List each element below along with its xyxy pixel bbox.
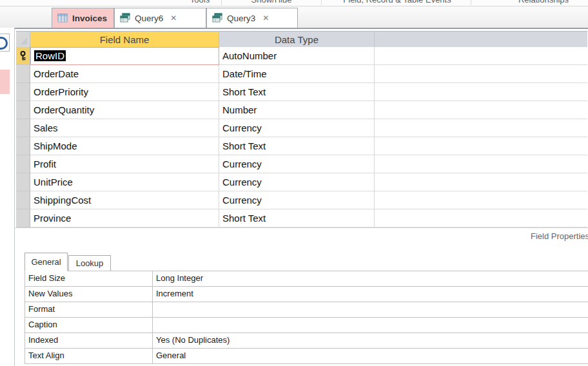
field-name-cell[interactable]: OrderDate bbox=[30, 65, 219, 83]
property-value[interactable] bbox=[153, 302, 588, 317]
field-name-cell[interactable]: Province bbox=[30, 209, 219, 227]
tab-lookup[interactable]: Lookup bbox=[68, 255, 111, 271]
ribbon-separator bbox=[471, 0, 471, 5]
property-value[interactable]: Increment bbox=[153, 287, 588, 302]
tab-label: Query6 bbox=[135, 14, 163, 23]
pane-divider[interactable] bbox=[14, 227, 588, 228]
primary-key-icon bbox=[19, 51, 26, 61]
tab-label: Invoices bbox=[72, 14, 107, 23]
row-selector[interactable] bbox=[16, 65, 30, 83]
data-type-cell[interactable]: Short Text bbox=[219, 83, 375, 101]
nav-selected-item-edge[interactable] bbox=[0, 70, 10, 94]
property-value[interactable]: General bbox=[153, 349, 588, 363]
property-label: Caption bbox=[25, 318, 153, 332]
data-type-cell[interactable]: AutoNumber bbox=[219, 47, 375, 65]
property-label: Text Align bbox=[25, 349, 153, 363]
property-value[interactable]: Long Integer bbox=[153, 271, 588, 286]
tab-query6[interactable]: Query6 ✕ bbox=[114, 8, 206, 28]
field-name-cell[interactable]: Sales bbox=[30, 119, 219, 137]
field-row: UnitPriceCurrency bbox=[16, 173, 587, 191]
field-name-cell[interactable]: OrderPriority bbox=[30, 83, 219, 101]
description-header bbox=[375, 31, 587, 47]
description-cell[interactable] bbox=[375, 155, 587, 173]
data-type-cell[interactable]: Short Text bbox=[219, 137, 375, 155]
data-type-cell[interactable]: Currency bbox=[219, 119, 375, 137]
row-selector[interactable] bbox=[16, 209, 30, 227]
data-type-cell[interactable]: Currency bbox=[219, 173, 375, 191]
property-grid: Field SizeLong IntegerNew ValuesIncremen… bbox=[24, 271, 588, 364]
ribbon-group-show-hide: Show/Hide bbox=[251, 0, 292, 5]
description-cell[interactable] bbox=[375, 173, 587, 191]
description-cell[interactable] bbox=[375, 101, 587, 119]
design-grid-header: Field Name Data Type bbox=[16, 31, 587, 47]
field-row: SalesCurrency bbox=[16, 119, 587, 137]
property-value[interactable] bbox=[153, 318, 588, 332]
property-label: New Values bbox=[25, 287, 153, 302]
property-value[interactable]: Yes (No Duplicates) bbox=[153, 333, 588, 348]
data-type-cell[interactable]: Currency bbox=[219, 191, 375, 209]
row-selector[interactable] bbox=[16, 47, 30, 65]
field-row: ProfitCurrency bbox=[16, 155, 587, 173]
ribbon-separator bbox=[221, 0, 222, 5]
description-cell[interactable] bbox=[375, 137, 587, 155]
query-icon bbox=[120, 13, 130, 23]
data-type-cell[interactable]: Short Text bbox=[219, 209, 375, 227]
description-cell[interactable] bbox=[375, 47, 587, 65]
document-tab-bar: Invoices ✕ Query6 ✕ bbox=[0, 6, 588, 29]
field-row: ShippingCostCurrency bbox=[16, 191, 587, 209]
selected-text: RowID bbox=[34, 50, 66, 61]
access-window: Tools Show/Hide Field, Record & Table Ev… bbox=[0, 0, 588, 366]
row-selector[interactable] bbox=[16, 191, 30, 209]
ribbon-group-events: Field, Record & Table Events bbox=[343, 0, 451, 5]
property-row: Field SizeLong Integer bbox=[25, 271, 588, 287]
query-icon bbox=[212, 13, 222, 23]
description-cell[interactable] bbox=[375, 83, 587, 101]
field-row: ProvinceShort Text bbox=[16, 209, 587, 227]
data-type-header: Data Type bbox=[219, 31, 375, 47]
ribbon-strip: Tools Show/Hide Field, Record & Table Ev… bbox=[0, 0, 588, 6]
close-icon[interactable]: ✕ bbox=[262, 14, 269, 23]
property-row: Caption bbox=[25, 318, 588, 333]
description-cell[interactable] bbox=[375, 65, 587, 83]
data-type-cell[interactable]: Date/Time bbox=[219, 65, 375, 83]
property-row: Format bbox=[25, 302, 588, 318]
field-properties-title: Field Properties bbox=[531, 231, 588, 241]
row-selector[interactable] bbox=[16, 173, 30, 191]
close-icon[interactable]: ✕ bbox=[170, 14, 177, 23]
tab-label: Query3 bbox=[227, 14, 255, 23]
field-name-cell[interactable]: ShippingCost bbox=[30, 191, 219, 209]
field-name-cell[interactable]: ShipMode bbox=[30, 137, 219, 155]
field-row: OrderQuantityNumber bbox=[16, 101, 587, 119]
ribbon-separator bbox=[321, 0, 322, 5]
row-selector[interactable] bbox=[16, 83, 30, 101]
field-row: ShipModeShort Text bbox=[16, 137, 587, 155]
property-label: Format bbox=[25, 302, 153, 317]
ring-icon bbox=[0, 37, 8, 50]
field-row: OrderDateDate/Time bbox=[16, 65, 587, 83]
field-name-cell[interactable]: RowID bbox=[30, 47, 219, 65]
description-cell[interactable] bbox=[375, 191, 587, 209]
row-selector[interactable] bbox=[16, 119, 30, 137]
tab-invoices[interactable]: Invoices ✕ bbox=[52, 8, 114, 28]
data-type-cell[interactable]: Currency bbox=[219, 155, 375, 173]
field-name-cell[interactable]: UnitPrice bbox=[30, 173, 219, 191]
ribbon-group-relationships: Relationships bbox=[518, 0, 569, 5]
row-selector[interactable] bbox=[16, 137, 30, 155]
description-cell[interactable] bbox=[375, 209, 587, 227]
select-all-corner[interactable] bbox=[16, 31, 30, 47]
field-name-cell[interactable]: Profit bbox=[30, 155, 219, 173]
field-name-header: Field Name bbox=[30, 31, 219, 47]
tab-query3[interactable]: Query3 ✕ bbox=[206, 8, 298, 28]
field-name-cell[interactable]: OrderQuantity bbox=[30, 101, 219, 119]
data-type-cell[interactable]: Number bbox=[219, 101, 375, 119]
description-cell[interactable] bbox=[375, 119, 587, 137]
corner-triangle-icon bbox=[20, 37, 27, 44]
row-selector[interactable] bbox=[16, 101, 30, 119]
tab-general[interactable]: General bbox=[24, 253, 68, 271]
row-selector[interactable] bbox=[16, 155, 30, 173]
field-rows: RowIDAutoNumberOrderDateDate/TimeOrderPr… bbox=[16, 47, 587, 227]
ribbon-group-tools: Tools bbox=[190, 0, 210, 5]
navigation-pane-edge bbox=[0, 28, 15, 366]
field-row: RowIDAutoNumber bbox=[16, 47, 587, 65]
property-row: IndexedYes (No Duplicates) bbox=[25, 333, 588, 349]
